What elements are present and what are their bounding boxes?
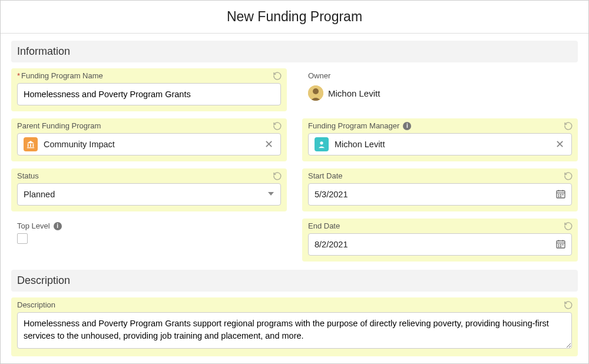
calendar-icon[interactable] (556, 189, 565, 200)
field-start-date: Start Date 5/3/2021 (302, 168, 578, 211)
avatar (308, 85, 323, 101)
field-owner: Owner Michon Levitt (302, 68, 578, 109)
owner-name: Michon Levitt (328, 88, 380, 98)
select-status[interactable]: Planned (17, 183, 281, 206)
section-description: Description (11, 270, 578, 292)
undo-icon[interactable] (273, 121, 282, 131)
textarea-description[interactable] (17, 312, 572, 349)
svg-rect-11 (560, 196, 561, 197)
field-funding-program-name: *Funding Program Name (11, 68, 287, 111)
info-icon[interactable]: i (403, 122, 411, 130)
owner-display: Michon Levitt (308, 83, 572, 103)
calendar-icon[interactable] (556, 239, 565, 250)
svg-rect-18 (562, 244, 564, 245)
undo-icon[interactable] (564, 121, 573, 131)
clear-icon[interactable]: ✕ (263, 138, 274, 151)
lookup-value: Michon Levitt (335, 140, 385, 149)
field-description: Description (11, 297, 578, 356)
date-value: 5/3/2021 (315, 190, 348, 199)
svg-rect-9 (562, 194, 564, 195)
form-content: Information *Funding Program Name Owner (1, 34, 588, 361)
svg-point-2 (320, 141, 323, 144)
label-parent-funding-program: Parent Funding Program (17, 121, 281, 130)
lookup-parent-funding-program[interactable]: Community Impact ✕ (17, 133, 281, 155)
clear-icon[interactable]: ✕ (554, 138, 565, 151)
checkbox-top-level[interactable] (17, 233, 28, 244)
date-start-date[interactable]: 5/3/2021 (308, 183, 572, 206)
lookup-funding-program-manager[interactable]: Michon Levitt ✕ (308, 133, 572, 155)
label-funding-program-name: *Funding Program Name (17, 71, 281, 80)
field-end-date: End Date 8/2/2021 (302, 219, 578, 262)
field-parent-funding-program: Parent Funding Program Community Impact … (11, 118, 287, 161)
label-status: Status (17, 171, 281, 180)
field-funding-program-manager: Funding Program Manager i Michon Levitt … (302, 118, 578, 161)
section-information: Information (11, 41, 578, 62)
field-status: Status Planned (11, 168, 287, 211)
undo-icon[interactable] (564, 171, 573, 181)
undo-icon[interactable] (273, 171, 282, 181)
svg-rect-17 (560, 244, 561, 245)
svg-rect-20 (560, 246, 561, 247)
modal-title: New Funding Program (1, 9, 588, 25)
svg-rect-7 (558, 194, 560, 195)
svg-rect-10 (558, 196, 560, 197)
undo-icon[interactable] (564, 300, 573, 310)
lookup-value: Community Impact (44, 140, 115, 149)
input-funding-program-name[interactable] (17, 83, 281, 105)
chevron-down-icon (267, 190, 274, 199)
date-end-date[interactable]: 8/2/2021 (308, 233, 572, 256)
label-description: Description (17, 300, 572, 309)
svg-rect-8 (560, 194, 561, 195)
svg-rect-16 (558, 244, 560, 245)
info-icon[interactable]: i (54, 222, 62, 230)
svg-rect-19 (558, 246, 560, 247)
label-top-level: Top Level i (17, 221, 281, 230)
select-value: Planned (24, 190, 55, 199)
label-end-date: End Date (308, 221, 572, 230)
undo-icon[interactable] (564, 221, 573, 231)
label-funding-program-manager: Funding Program Manager i (308, 121, 572, 130)
field-top-level: Top Level i (11, 219, 287, 250)
label-start-date: Start Date (308, 171, 572, 180)
modal-header: New Funding Program (1, 1, 588, 34)
svg-point-1 (313, 88, 319, 94)
user-icon (315, 137, 329, 151)
institution-icon (24, 137, 38, 151)
undo-icon[interactable] (273, 71, 282, 81)
date-value: 8/2/2021 (315, 240, 348, 249)
label-owner: Owner (308, 71, 572, 80)
